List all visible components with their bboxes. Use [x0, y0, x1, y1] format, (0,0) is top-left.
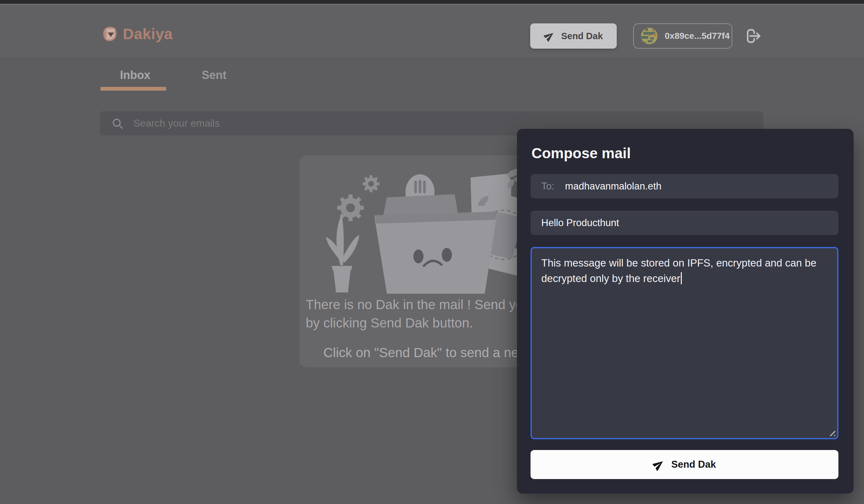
app-screen: Dakiya Send Dak: [0, 0, 864, 504]
header-send-dak-label: Send Dak: [561, 31, 603, 41]
to-field[interactable]: To: madhavanmalolan.eth: [530, 174, 838, 198]
empty-mailbox-illustration: ?: [322, 164, 524, 294]
search-icon: [111, 117, 124, 130]
message-body-textarea[interactable]: This message will be stored on IPFS, enc…: [530, 247, 838, 439]
subject-value: Hello Producthunt: [541, 217, 619, 229]
message-body-line2: decrypted only by the receiver: [541, 273, 680, 284]
window-top-strip: [0, 0, 864, 4]
wallet-chip[interactable]: 0x89ce...5d77f4: [633, 23, 732, 49]
modal-send-dak-button[interactable]: Send Dak: [530, 450, 838, 479]
compose-title: Compose mail: [531, 145, 631, 162]
search-input[interactable]: [133, 117, 702, 130]
subject-field[interactable]: Hello Producthunt: [530, 211, 838, 235]
to-value: madhavanmalolan.eth: [565, 181, 661, 192]
text-caret: [681, 272, 682, 284]
empty-state-text-line2: by clicking Send Dak button.: [306, 314, 473, 332]
tab-sent[interactable]: Sent: [180, 69, 249, 82]
send-icon: [653, 459, 664, 470]
brand-logo-icon: [102, 26, 118, 43]
compose-mail-modal: Compose mail To: madhavanmalolan.eth Hel…: [517, 129, 854, 494]
wallet-address: 0x89ce...5d77f4: [665, 31, 730, 41]
logout-icon[interactable]: [745, 28, 761, 44]
active-tab-underline: [100, 87, 166, 91]
brand[interactable]: Dakiya: [102, 25, 173, 43]
tab-inbox[interactable]: Inbox: [101, 69, 170, 82]
header-send-dak-button[interactable]: Send Dak: [530, 23, 617, 49]
to-label: To:: [541, 181, 554, 192]
send-icon: [544, 31, 555, 41]
brand-name: Dakiya: [123, 25, 173, 43]
plant-icon: [326, 214, 359, 292]
message-body-line1: This message will be stored on IPFS, enc…: [541, 257, 816, 269]
wallet-avatar: [641, 27, 658, 45]
modal-send-dak-label: Send Dak: [671, 459, 716, 470]
resize-handle[interactable]: [827, 428, 835, 436]
header: Dakiya Send Dak: [0, 5, 864, 58]
